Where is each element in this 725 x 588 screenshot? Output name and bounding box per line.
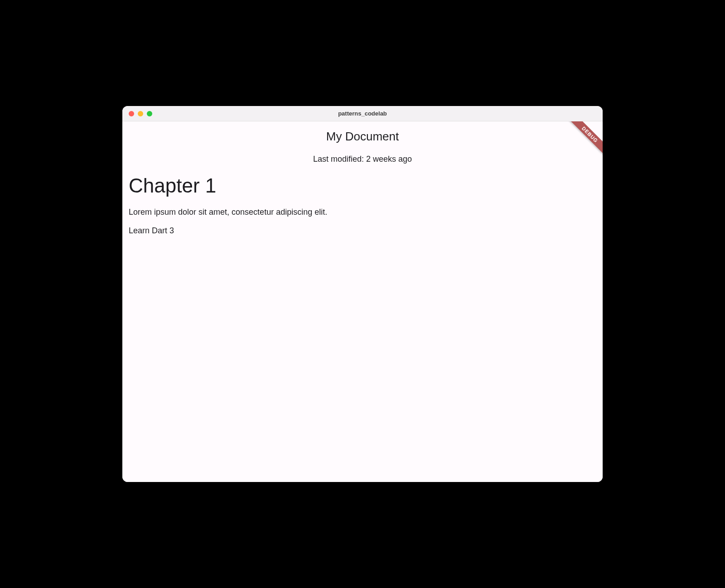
titlebar: patterns_codelab bbox=[122, 106, 603, 121]
maximize-icon[interactable] bbox=[147, 111, 152, 116]
body-paragraph: Lorem ipsum dolor sit amet, consectetur … bbox=[129, 207, 596, 217]
close-icon[interactable] bbox=[129, 111, 134, 116]
minimize-icon[interactable] bbox=[138, 111, 143, 116]
document-content: My Document Last modified: 2 weeks ago C… bbox=[122, 130, 603, 236]
window-title: patterns_codelab bbox=[122, 110, 603, 117]
traffic-lights bbox=[129, 111, 152, 116]
app-window: patterns_codelab DEBUG My Document Last … bbox=[122, 106, 603, 482]
document-title: My Document bbox=[129, 130, 596, 144]
last-modified-label: Last modified: 2 weeks ago bbox=[129, 154, 596, 164]
app-body: DEBUG My Document Last modified: 2 weeks… bbox=[122, 121, 603, 482]
chapter-heading: Chapter 1 bbox=[129, 175, 596, 197]
body-paragraph: Learn Dart 3 bbox=[129, 226, 596, 236]
